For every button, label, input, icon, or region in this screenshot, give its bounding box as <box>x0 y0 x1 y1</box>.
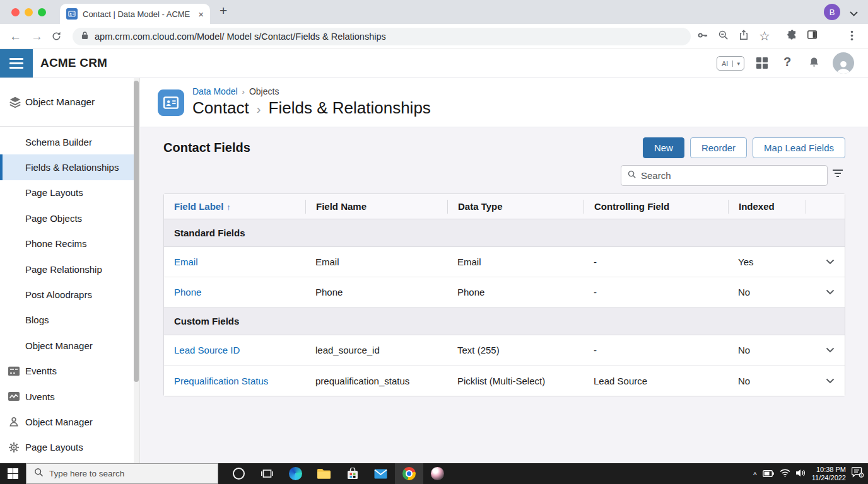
forward-icon[interactable]: → <box>31 30 43 42</box>
table-row[interactable]: Lead Source ID lead_source_id Text (255)… <box>164 335 845 366</box>
help-icon[interactable]: ? <box>783 55 791 69</box>
reorder-button[interactable]: Reorder <box>690 137 747 158</box>
store-icon <box>347 468 358 480</box>
ai-assistant-button[interactable]: AI ▾ <box>717 56 744 71</box>
app-launcher-grid-icon[interactable] <box>756 57 768 72</box>
edge-button[interactable] <box>281 463 310 484</box>
battery-icon[interactable] <box>763 468 774 480</box>
column-field-name[interactable]: Field Name <box>305 200 447 214</box>
sidebar-item-object-manager-2[interactable]: Object Manager <box>0 333 135 358</box>
sidebar-item-object-manager-3[interactable]: Object Manager <box>0 409 135 434</box>
sidebar-item-eventts[interactable]: Eventts <box>0 359 135 384</box>
field-label-link[interactable]: Lead Source ID <box>164 345 305 355</box>
table-row[interactable]: Email Email Email - Yes <box>164 247 845 277</box>
bookmark-star-icon[interactable]: ☆ <box>759 30 770 42</box>
table-row[interactable]: Phone Phone Phone - No <box>164 277 845 308</box>
row-expand-chevron-icon[interactable] <box>806 347 845 353</box>
hamburger-menu-button[interactable] <box>0 49 33 78</box>
wifi-icon[interactable] <box>780 468 790 480</box>
store-button[interactable] <box>338 463 367 484</box>
start-button[interactable] <box>0 463 26 484</box>
section-standard-fields: Standard Fields <box>164 219 845 247</box>
row-expand-chevron-icon[interactable] <box>806 259 845 265</box>
chrome-button[interactable] <box>395 463 423 484</box>
action-center-icon[interactable]: 9 <box>852 467 864 480</box>
chart-zigzag-icon <box>8 392 20 401</box>
sidebar-item-page-objects[interactable]: Page Objects <box>0 205 135 231</box>
field-label-link[interactable]: Email <box>164 256 305 267</box>
search-input[interactable] <box>641 170 811 181</box>
share-icon[interactable] <box>738 29 749 43</box>
new-button[interactable]: New <box>643 137 684 158</box>
new-tab-button[interactable]: + <box>220 3 227 18</box>
notifications-bell-icon[interactable] <box>808 55 820 71</box>
volume-icon[interactable] <box>796 468 806 480</box>
file-explorer-button[interactable] <box>310 463 338 484</box>
game-app-button[interactable] <box>423 463 452 484</box>
breadcrumb-objects[interactable]: Objects <box>249 86 279 96</box>
column-field-label[interactable]: Field Label↑ <box>164 200 305 214</box>
row-expand-chevron-icon[interactable] <box>806 378 845 384</box>
sidebar-item-blogs[interactable]: Blogs <box>0 308 135 333</box>
field-label-link[interactable]: Prequalification Status <box>164 376 305 386</box>
clock-date: 11/24/2022 <box>812 474 846 482</box>
user-avatar[interactable] <box>833 52 854 74</box>
side-panel-icon[interactable] <box>806 29 818 43</box>
sidebar-item-label: Object Manager <box>25 96 95 108</box>
breadcrumb-data-model-link[interactable]: Data Model <box>192 86 238 96</box>
browser-profile-avatar[interactable]: B <box>824 4 840 20</box>
map-lead-fields-button[interactable]: Map Lead Fields <box>753 137 845 158</box>
field-search-box[interactable] <box>621 165 828 186</box>
folder-icon <box>317 468 331 479</box>
edge-icon <box>289 467 302 480</box>
section-custom-fields: Custom Fields <box>164 308 845 335</box>
tab-close-icon[interactable]: × <box>198 9 204 19</box>
fields-table: Field Label↑ Field Name Data Type Contro… <box>163 193 845 396</box>
ai-caret-icon: ▾ <box>732 60 744 67</box>
taskbar-search-input[interactable] <box>49 469 201 478</box>
column-data-type[interactable]: Data Type <box>447 200 584 214</box>
sidebar-divider <box>0 126 135 127</box>
lock-icon <box>81 31 88 42</box>
task-view-button[interactable] <box>253 463 281 484</box>
sidebar-item-page-layouts-2[interactable]: Page Layouts <box>0 435 135 460</box>
sidebar-item-schema-builder[interactable]: Schema Builder <box>0 129 135 154</box>
url-bar[interactable]: apm.crm.com.cloud.com/Model/ Model s/Con… <box>73 28 691 45</box>
sidebar-item-page-relationship[interactable]: Page Relationship <box>0 256 135 282</box>
tab-favicon-icon <box>66 8 78 20</box>
browser-menu-icon[interactable] <box>850 30 853 43</box>
browser-tab-strip: Contact | Data Model - ACME × + <box>0 0 868 24</box>
reload-icon[interactable] <box>51 31 62 44</box>
window-close-button[interactable] <box>11 8 20 16</box>
tab-search-chevron-icon[interactable] <box>850 8 858 19</box>
field-label-link[interactable]: Phone <box>164 287 305 297</box>
page-title-section: Fields & Relationships <box>269 98 431 118</box>
sidebar-item-phone-recims[interactable]: Phone Recims <box>0 231 135 256</box>
cortana-button[interactable] <box>225 463 253 484</box>
password-key-icon[interactable] <box>696 29 709 44</box>
row-expand-chevron-icon[interactable] <box>806 289 845 295</box>
chrome-icon <box>402 467 416 480</box>
sidebar-item-page-layouts[interactable]: Page Layouts <box>0 180 135 205</box>
tray-chevron-icon[interactable]: ^ <box>753 471 757 480</box>
table-row[interactable]: Prequalification Status prequalification… <box>164 366 845 396</box>
column-controlling-field[interactable]: Controlling Field <box>584 200 728 214</box>
system-tray: ^ 10:38 PM 11/24/2022 9 <box>753 466 868 482</box>
sidebar-item-post-aloodraprs[interactable]: Post Aloodraprs <box>0 282 135 307</box>
sidebar-item-fields-relationships[interactable]: Fields & Relationships <box>0 154 135 180</box>
window-minimize-button[interactable] <box>25 8 33 16</box>
taskbar-search-icon <box>34 468 44 480</box>
zoom-icon[interactable] <box>717 29 729 43</box>
mail-button[interactable] <box>367 463 395 484</box>
sidebar-item-object-manager-top[interactable]: Object Manager <box>0 89 135 115</box>
filter-icon[interactable] <box>832 169 843 180</box>
column-indexed[interactable]: Indexed <box>728 200 806 214</box>
extensions-puzzle-icon[interactable] <box>786 29 798 43</box>
browser-tab[interactable]: Contact | Data Model - ACME × <box>60 4 210 24</box>
sidebar-scrollbar-thumb[interactable] <box>134 81 139 382</box>
back-icon[interactable]: ← <box>9 30 21 42</box>
sidebar-item-uvents[interactable]: Uvents <box>0 384 135 409</box>
taskbar-search-box[interactable] <box>26 463 218 484</box>
taskbar-clock[interactable]: 10:38 PM 11/24/2022 <box>812 466 846 482</box>
window-zoom-button[interactable] <box>38 8 46 16</box>
